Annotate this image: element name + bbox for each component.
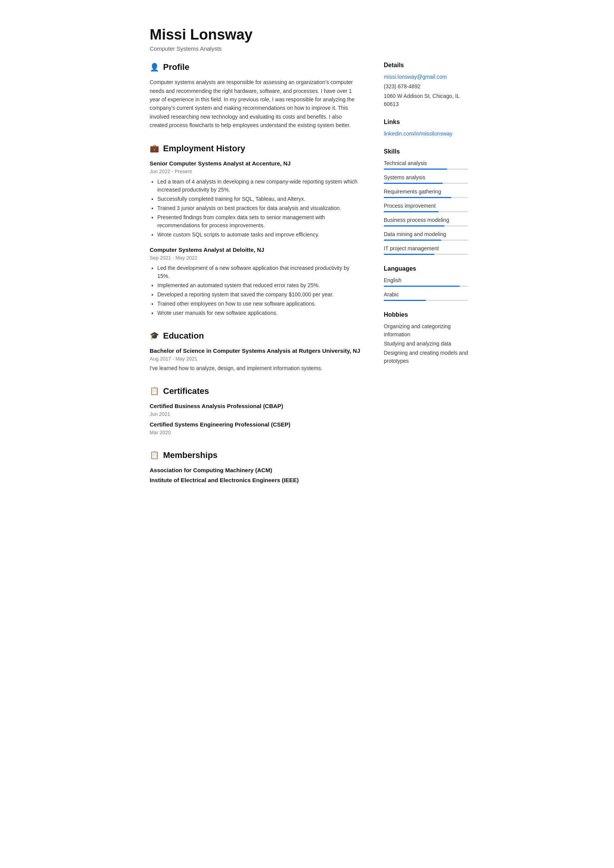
left-column: 👤 Profile Computer systems analysts are …: [134, 61, 376, 512]
hobbies-title: Hobbies: [384, 310, 468, 319]
language-bar-bg: [384, 286, 468, 287]
education-item: Bachelor of Science in Computer Systems …: [150, 347, 361, 372]
cert-date: Jun 2021: [150, 410, 361, 418]
skill-bar-fill: [384, 254, 434, 255]
skill-bar-bg: [384, 197, 468, 198]
skill-name: Business process modeling: [384, 216, 468, 224]
edu-title: Bachelor of Science in Computer Systems …: [150, 347, 361, 355]
certificates-list: Certified Business Analysis Professional…: [150, 402, 361, 436]
email-link[interactable]: missi.lonsway@gmail.com: [384, 73, 468, 81]
hobbies-list: Organizing and categorizing informationS…: [384, 322, 468, 365]
skill-bar-fill: [384, 240, 441, 241]
job-bullet: Developed a reporting system that saved …: [157, 291, 361, 299]
skill-item: Process improvement: [384, 202, 468, 212]
cert-title: Certified Systems Engineering Profession…: [150, 420, 361, 429]
skill-bar-fill: [384, 183, 443, 184]
hobby-item: Designing and creating models and protot…: [384, 349, 468, 365]
memberships-list: Association for Computing Machinery (ACM…: [150, 466, 361, 485]
skill-item: Data mining and modeling: [384, 230, 468, 241]
certificate-item: Certified Business Analysis Professional…: [150, 402, 361, 418]
membership-item: Institute of Electrical and Electronics …: [150, 476, 361, 485]
candidate-title: Computer Systems Analysts: [150, 45, 464, 53]
language-bar-fill: [384, 286, 460, 287]
skill-bar-bg: [384, 169, 468, 170]
details-title: Details: [384, 61, 468, 70]
cert-date: Mar 2020: [150, 429, 361, 436]
languages-section: Languages English Arabic: [384, 264, 468, 301]
skill-bar-bg: [384, 254, 468, 255]
job-dates: Sep 2021 - May 2022: [150, 254, 361, 262]
certificate-item: Certified Systems Engineering Profession…: [150, 420, 361, 436]
language-name: English: [384, 276, 468, 284]
skill-item: Business process modeling: [384, 216, 468, 227]
language-item: English: [384, 276, 468, 287]
employment-section-title: 💼 Employment History: [150, 142, 361, 155]
job-bullet: Led a team of 4 analysts in developing a…: [157, 178, 361, 194]
job-title: Computer Systems Analyst at Deloitte, NJ: [150, 246, 361, 255]
skill-bar-bg: [384, 183, 468, 184]
job-item: Senior Computer Systems Analyst at Accen…: [150, 159, 361, 239]
memberships-icon: 📋: [150, 449, 159, 461]
profile-text: Computer systems analysts are responsibl…: [150, 78, 361, 129]
address: 1060 W Addison St, Chicago, IL 60613: [384, 92, 468, 108]
education-icon: 🎓: [150, 330, 159, 341]
job-bullet: Successfully completed training for SQL,…: [157, 195, 361, 203]
languages-list: English Arabic: [384, 276, 468, 301]
membership-item: Association for Computing Machinery (ACM…: [150, 466, 361, 475]
education-section: 🎓 Education Bachelor of Science in Compu…: [150, 329, 361, 372]
skill-name: IT project management: [384, 245, 468, 253]
hobby-item: Organizing and categorizing information: [384, 322, 468, 339]
profile-icon: 👤: [150, 61, 159, 73]
job-bullet: Implemented an automated system that red…: [157, 281, 361, 289]
language-name: Arabic: [384, 291, 468, 299]
phone: (323) 678-4892: [384, 83, 468, 91]
profile-section-title: 👤 Profile: [150, 61, 361, 73]
profile-section: 👤 Profile Computer systems analysts are …: [150, 61, 361, 129]
employment-section: 💼 Employment History Senior Computer Sys…: [150, 142, 361, 317]
edu-desc: I've learned how to analyze, design, and…: [150, 364, 361, 372]
education-list: Bachelor of Science in Computer Systems …: [150, 347, 361, 372]
skill-bar-fill: [384, 225, 444, 227]
skill-bar-fill: [384, 211, 439, 212]
skill-item: Systems analysis: [384, 174, 468, 184]
job-bullets: Led the development of a new software ap…: [150, 264, 361, 317]
skill-item: Requirements gathering: [384, 188, 468, 198]
edu-dates: Aug 2017 - May 2021: [150, 355, 361, 363]
language-item: Arabic: [384, 291, 468, 301]
job-bullet: Wrote custom SQL scripts to automate tas…: [157, 231, 361, 239]
skill-bar-bg: [384, 225, 468, 227]
skill-item: IT project management: [384, 245, 468, 255]
languages-title: Languages: [384, 264, 468, 273]
skill-bar-fill: [384, 169, 447, 170]
skill-name: Data mining and modeling: [384, 230, 468, 238]
certificates-section-title: 📋 Certificates: [150, 385, 361, 397]
job-title: Senior Computer Systems Analyst at Accen…: [150, 159, 361, 168]
job-bullet: Wrote user manuals for new software appl…: [157, 309, 361, 317]
memberships-section: 📋 Memberships Association for Computing …: [150, 449, 361, 485]
job-bullet: Led the development of a new software ap…: [157, 264, 361, 280]
job-bullet: Trained 3 junior analysts on best practi…: [157, 204, 361, 212]
candidate-name: Missi Lonsway: [150, 27, 464, 43]
details-section: Details missi.lonsway@gmail.com (323) 67…: [384, 61, 468, 108]
job-dates: Jun 2022 - Present: [150, 168, 361, 175]
right-column: Details missi.lonsway@gmail.com (323) 67…: [376, 61, 480, 390]
links-section: Links linkedin.com/in/missilonsway: [384, 117, 468, 138]
linkedin-link[interactable]: linkedin.com/in/missilonsway: [384, 130, 468, 138]
links-title: Links: [384, 117, 468, 127]
cert-title: Certified Business Analysis Professional…: [150, 402, 361, 411]
language-bar-fill: [384, 300, 426, 301]
resume-page: Missi Lonsway Computer Systems Analysts …: [134, 0, 480, 536]
certificates-icon: 📋: [150, 385, 159, 397]
skill-name: Process improvement: [384, 202, 468, 210]
skills-section: Skills Technical analysis Systems analys…: [384, 147, 468, 255]
skills-list: Technical analysis Systems analysis Requ…: [384, 159, 468, 255]
job-item: Computer Systems Analyst at Deloitte, NJ…: [150, 246, 361, 317]
main-layout: 👤 Profile Computer systems analysts are …: [134, 61, 480, 512]
skill-bar-bg: [384, 240, 468, 241]
skill-name: Technical analysis: [384, 159, 468, 167]
skill-item: Technical analysis: [384, 159, 468, 170]
certificates-section: 📋 Certificates Certified Business Analys…: [150, 385, 361, 436]
skills-title: Skills: [384, 147, 468, 156]
employment-icon: 💼: [150, 142, 159, 154]
education-section-title: 🎓 Education: [150, 329, 361, 342]
